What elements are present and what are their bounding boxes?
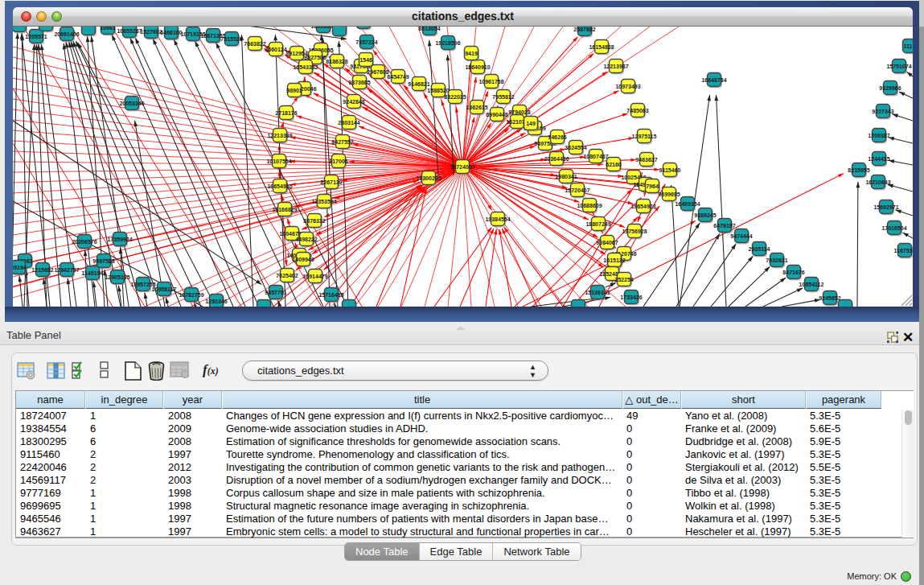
svg-text:16648784: 16648784 [701, 77, 726, 83]
svg-text:8454749: 8454749 [387, 74, 409, 80]
svg-text:9245652: 9245652 [819, 295, 840, 301]
svg-text:9419: 9419 [465, 51, 478, 56]
svg-text:15692971: 15692971 [873, 204, 898, 210]
svg-text:8215955: 8215955 [848, 167, 869, 173]
svg-text:7955812: 7955812 [492, 94, 514, 100]
svg-text:18724007: 18724007 [450, 164, 474, 170]
svg-text:10981: 10981 [100, 27, 116, 31]
svg-text:12213987: 12213987 [603, 64, 628, 69]
svg-text:1546: 1546 [359, 57, 372, 63]
svg-text:1588520: 1588520 [427, 88, 449, 93]
svg-text:746266: 746266 [548, 134, 566, 140]
svg-text:8660124: 8660124 [265, 47, 286, 52]
svg-text:19756928: 19756928 [622, 229, 647, 234]
svg-text:8186328: 8186328 [326, 59, 347, 64]
svg-text:9474444: 9474444 [730, 233, 752, 239]
svg-text:10961758: 10961758 [478, 79, 503, 84]
svg-text:10688609: 10688609 [577, 203, 602, 208]
svg-text:19218506: 19218506 [435, 40, 460, 46]
svg-text:10655287: 10655287 [117, 28, 142, 34]
svg-text:17016504: 17016504 [881, 225, 906, 231]
svg-text:15716485: 15716485 [318, 292, 343, 298]
svg-text:19166829: 19166829 [272, 207, 297, 212]
svg-text:2587682: 2587682 [573, 27, 595, 32]
svg-text:15136141: 15136141 [585, 290, 610, 295]
svg-text:1145194: 1145194 [82, 270, 104, 276]
svg-text:2718176: 2718176 [275, 110, 297, 116]
svg-text:6466160: 6466160 [160, 30, 182, 35]
svg-text:9699695: 9699695 [658, 192, 680, 197]
svg-text:8427552: 8427552 [331, 139, 353, 145]
svg-text:7964: 7964 [646, 183, 659, 189]
svg-text:12905135: 12905135 [105, 274, 129, 280]
svg-text:1980341: 1980341 [555, 174, 577, 179]
svg-text:9115460: 9115460 [659, 167, 681, 173]
svg-text:12213389: 12213389 [267, 133, 292, 138]
svg-text:10973493: 10973493 [615, 84, 640, 89]
svg-text:9457791: 9457791 [265, 290, 286, 295]
svg-text:9389245: 9389245 [694, 212, 716, 218]
svg-text:1205571: 1205571 [25, 34, 47, 39]
svg-text:18807249: 18807249 [585, 221, 610, 227]
svg-text:1215682: 1215682 [31, 267, 53, 273]
svg-text:7625402: 7625402 [276, 273, 298, 278]
svg-text:9794028: 9794028 [508, 109, 530, 115]
svg-text:18300295: 18300295 [416, 175, 441, 181]
svg-text:19654923: 19654923 [630, 204, 655, 209]
svg-text:10807487: 10807487 [583, 154, 608, 159]
svg-text:2803144: 2803144 [338, 120, 359, 126]
svg-text:16210643: 16210643 [865, 179, 890, 185]
svg-text:1409949: 1409949 [292, 257, 314, 262]
svg-text:7663822: 7663822 [244, 41, 265, 47]
svg-text:917006: 917006 [329, 159, 347, 164]
svg-text:98901: 98901 [286, 88, 302, 93]
svg-text:6479197: 6479197 [713, 223, 735, 229]
svg-text:19384554: 19384554 [485, 216, 510, 222]
svg-text:8990448: 8990448 [486, 112, 507, 117]
svg-text:20364436: 20364436 [544, 156, 569, 162]
svg-text:7485063: 7485063 [626, 108, 648, 113]
svg-text:20691406: 20691406 [54, 31, 79, 37]
svg-text:9329966: 9329966 [879, 85, 901, 91]
svg-text:9997588: 9997588 [92, 258, 114, 264]
svg-text:15751074: 15751074 [886, 64, 911, 69]
svg-text:16914479: 16914479 [302, 274, 327, 279]
svg-text:3624554: 3624554 [565, 145, 586, 150]
svg-text:1527602: 1527602 [140, 29, 162, 35]
svg-text:1167533: 1167533 [894, 248, 913, 253]
svg-text:8813054: 8813054 [418, 27, 440, 31]
svg-text:4498222: 4498222 [295, 237, 317, 242]
svg-text:39194: 39194 [13, 265, 27, 270]
svg-text:10654915: 10654915 [267, 183, 292, 189]
svg-text:9242848: 9242848 [343, 99, 364, 105]
svg-text:1362615: 1362615 [466, 105, 487, 110]
svg-text:16409354: 16409354 [675, 201, 700, 207]
svg-text:12975115: 12975115 [632, 134, 657, 139]
svg-text:7632621: 7632621 [766, 257, 787, 263]
svg-text:2935114: 2935114 [749, 246, 770, 252]
svg-text:10958117: 10958117 [152, 286, 177, 292]
svg-text:252254: 252254 [614, 277, 633, 282]
svg-text:1209387: 1209387 [868, 133, 889, 138]
svg-text:9146821: 9146821 [408, 81, 429, 87]
svg-text:7515526: 7515526 [220, 36, 242, 42]
svg-text:9827506: 9827506 [304, 55, 326, 60]
svg-text:8471676: 8471676 [782, 270, 804, 275]
svg-text:9373685: 9373685 [348, 80, 370, 85]
svg-text:1244415: 1244415 [868, 156, 889, 162]
svg-text:2967608: 2967608 [367, 69, 388, 75]
svg-text:16154838: 16154838 [589, 44, 614, 50]
svg-text:10107554: 10107554 [266, 159, 291, 164]
svg-text:15640910: 15640910 [465, 64, 490, 70]
svg-text:7357224: 7357224 [355, 39, 377, 45]
svg-text:1117: 1117 [904, 43, 913, 49]
svg-text:8322035: 8322035 [444, 94, 466, 100]
svg-text:12353594: 12353594 [311, 199, 336, 204]
svg-text:17359924: 17359924 [107, 237, 132, 242]
svg-text:10654112: 10654112 [799, 282, 824, 287]
svg-text:20053346: 20053346 [119, 101, 144, 106]
svg-text:16543382: 16543382 [293, 64, 318, 70]
svg-text:9463627: 9463627 [635, 157, 657, 163]
svg-text:16782759: 16782759 [179, 292, 203, 298]
svg-text:8267130: 8267130 [320, 179, 342, 185]
